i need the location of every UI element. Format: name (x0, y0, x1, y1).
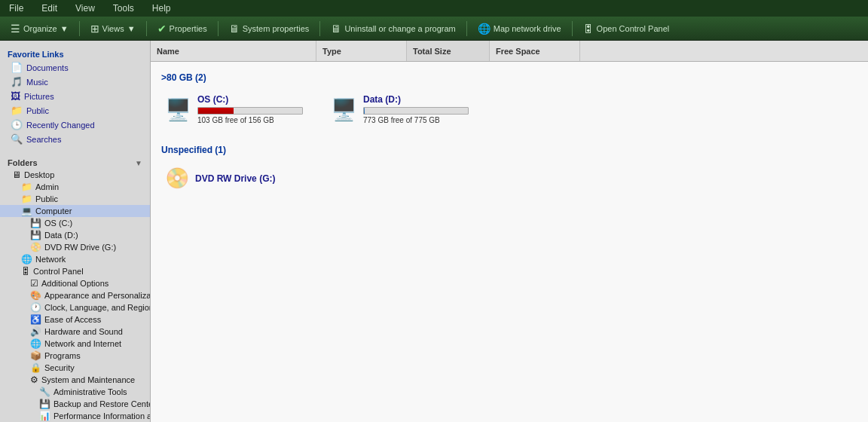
tree-dvd-g[interactable]: 📀 DVD RW Drive (G:) (0, 241, 150, 253)
system-properties-button[interactable]: 🖥 System properties (223, 20, 316, 37)
tree-data-d[interactable]: 💾 Data (D:) (0, 229, 150, 241)
admin-icon: 📁 (21, 182, 32, 192)
col-header-total-size[interactable]: Total Size (407, 41, 490, 61)
sidebar-item-pictures[interactable]: 🖼 Pictures (0, 89, 150, 103)
dvd-drive-info: DVD RW Drive (G:) (195, 173, 275, 184)
dvd-drive-item[interactable]: 📀 DVD RW Drive (G:) (160, 161, 859, 195)
drive-data-d[interactable]: 🖥️ Data (D:) 773 GB free of 775 GB (326, 89, 476, 133)
column-headers: Name Type Total Size Free Space (151, 41, 868, 62)
folders-title: Folders ▼ (0, 155, 150, 169)
group-label-large: >80 GB (2) (160, 72, 859, 83)
col-header-type[interactable]: Type (316, 41, 407, 61)
drive-os-c[interactable]: 🖥️ OS (C:) 103 GB free of 156 GB (160, 89, 310, 133)
tree-backup-restore[interactable]: 💾 Backup and Restore Center (0, 398, 150, 410)
properties-button[interactable]: ✔ Properties (151, 20, 213, 37)
ease-access-icon: ♿ (30, 314, 41, 325)
favorite-links-title: Favorite Links (0, 47, 150, 60)
folders-chevron[interactable]: ▼ (135, 159, 142, 167)
control-panel-icon: 🎛 (583, 23, 594, 35)
organize-button[interactable]: ☰ Organize ▼ (5, 20, 75, 37)
drive-os-progress-bg (197, 107, 303, 115)
os-c-icon: 💾 (30, 218, 41, 228)
tree-computer[interactable]: 💻 Computer (0, 205, 150, 217)
content-scroll: >80 GB (2) 🖥️ OS (C:) 103 GB free of 15 (151, 62, 868, 422)
organize-icon: ☰ (11, 23, 20, 35)
network-internet-icon: 🌐 (30, 338, 41, 349)
views-button[interactable]: ⊞ Views ▼ (84, 20, 142, 37)
drive-os-header: 🖥️ OS (C:) 103 GB free of 156 GB (165, 94, 303, 124)
drive-data-progress-bg (363, 107, 469, 115)
drive-data-icon: 🖥️ (331, 97, 357, 122)
sidebar-item-searches[interactable]: 🔍 Searches (0, 132, 150, 146)
uninstall-button[interactable]: 🖥 Uninstall or change a program (325, 20, 461, 37)
system-maintenance-icon: ⚙ (30, 375, 38, 385)
pictures-icon: 🖼 (11, 90, 20, 102)
performance-icon: 📊 (39, 411, 50, 421)
tree-security[interactable]: 🔒 Security (0, 362, 150, 374)
toolbar-separator-5 (466, 21, 467, 36)
tree-desktop[interactable]: 🖥 Desktop (0, 169, 150, 181)
menu-file[interactable]: File (6, 2, 26, 15)
data-d-icon: 💾 (30, 230, 41, 240)
music-icon: 🎵 (11, 76, 23, 87)
group-label-unspecified: Unspecified (1) (160, 145, 859, 155)
tree-ease-access[interactable]: ♿ Ease of Access (0, 313, 150, 326)
menu-tools[interactable]: Tools (110, 2, 137, 15)
tree-appearance[interactable]: 🎨 Appearance and Personalization (0, 289, 150, 301)
drive-data-header: 🖥️ Data (D:) 773 GB free of 775 GB (331, 94, 469, 124)
col-header-free-space[interactable]: Free Space (490, 41, 580, 61)
menu-edit[interactable]: Edit (38, 2, 60, 15)
tree-programs[interactable]: 📦 Programs (0, 350, 150, 362)
col-header-name[interactable]: Name (151, 41, 316, 61)
sidebar-item-documents[interactable]: 📄 Documents (0, 60, 150, 75)
dvd-drive-name: DVD RW Drive (G:) (195, 173, 275, 184)
tree-system-maintenance[interactable]: ⚙ System and Maintenance (0, 374, 150, 386)
map-network-icon: 🌐 (478, 23, 491, 35)
toolbar-separator-2 (146, 21, 147, 36)
drive-os-info: OS (C:) 103 GB free of 156 GB (197, 94, 303, 124)
drive-os-free-text: 103 GB free of 156 GB (197, 116, 303, 124)
content-area: Name Type Total Size Free Space >80 GB (… (151, 41, 868, 422)
control-panel-button[interactable]: 🎛 Open Control Panel (577, 20, 676, 37)
documents-icon: 📄 (11, 62, 23, 73)
sidebar-item-music[interactable]: 🎵 Music (0, 75, 150, 89)
tree-performance[interactable]: 📊 Performance Information and Tools (0, 410, 150, 422)
toolbar: ☰ Organize ▼ ⊞ Views ▼ ✔ Properties 🖥 Sy… (0, 17, 868, 41)
sidebar-item-public[interactable]: 📁 Public (0, 103, 150, 118)
desktop-icon: 🖥 (12, 170, 21, 180)
additional-options-icon: ☑ (30, 278, 38, 289)
admin-tools-icon: 🔧 (39, 387, 50, 397)
appearance-icon: 🎨 (30, 290, 41, 301)
main-layout: Favorite Links 📄 Documents 🎵 Music 🖼 Pic… (0, 41, 868, 422)
tree-os-c[interactable]: 💾 OS (C:) (0, 217, 150, 229)
views-dropdown-icon: ▼ (127, 24, 136, 33)
tree-control-panel[interactable]: 🎛 Control Panel (0, 265, 150, 277)
control-panel-tree-icon: 🎛 (21, 266, 30, 277)
tree-network-internet[interactable]: 🌐 Network and Internet (0, 338, 150, 350)
tree-network[interactable]: 🌐 Network (0, 253, 150, 265)
menu-help[interactable]: Help (149, 2, 174, 15)
tree-clock-lang[interactable]: 🕐 Clock, Language, and Region (0, 301, 150, 313)
drive-data-info: Data (D:) 773 GB free of 775 GB (363, 94, 469, 124)
map-network-button[interactable]: 🌐 Map network drive (472, 20, 567, 37)
menu-bar: File Edit View Tools Help (0, 0, 868, 17)
properties-check-icon: ✔ (157, 23, 167, 35)
sidebar-item-recently-changed[interactable]: 🕒 Recently Changed (0, 118, 150, 132)
tree-admin[interactable]: 📁 Admin (0, 181, 150, 193)
drive-os-icon: 🖥️ (165, 97, 191, 122)
tree-additional-options[interactable]: ☑ Additional Options (0, 277, 150, 289)
tree-admin-tools[interactable]: 🔧 Administrative Tools (0, 386, 150, 398)
programs-icon: 📦 (30, 350, 41, 361)
views-icon: ⊞ (90, 23, 99, 35)
tree-hardware-sound[interactable]: 🔊 Hardware and Sound (0, 326, 150, 338)
dvd-tree-icon: 📀 (30, 242, 41, 252)
organize-dropdown-icon: ▼ (60, 24, 69, 33)
backup-restore-icon: 💾 (39, 399, 50, 409)
tree-public[interactable]: 📁 Public (0, 193, 150, 205)
recently-changed-icon: 🕒 (11, 119, 23, 130)
menu-view[interactable]: View (72, 2, 98, 15)
public-icon: 📁 (11, 105, 23, 116)
drive-os-progress-fill (198, 108, 234, 114)
drive-data-name: Data (D:) (363, 94, 469, 105)
toolbar-separator-1 (79, 21, 80, 36)
